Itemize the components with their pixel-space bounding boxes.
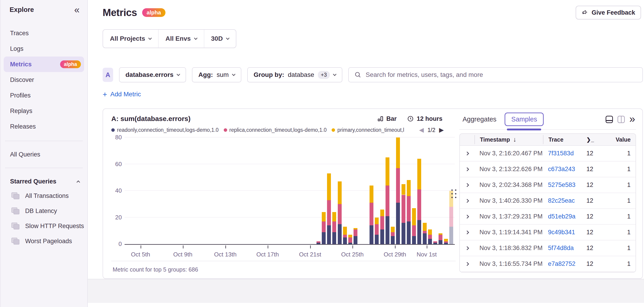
bar-segment[interactable] [327, 200, 331, 226]
bar-segment[interactable] [343, 237, 347, 244]
bar-segment[interactable] [402, 195, 406, 223]
cell-trace-link[interactable]: 82c25eac [543, 197, 582, 204]
row-expander[interactable] [460, 199, 474, 202]
legend-item[interactable]: readonly,connection_timeout,logs-demo,1.… [111, 127, 219, 133]
legend-prev-icon[interactable]: ◀ [419, 126, 424, 134]
bar-segment[interactable] [354, 228, 358, 229]
bar-segment[interactable] [428, 229, 432, 235]
bar-segment[interactable] [396, 137, 400, 168]
bar-segment[interactable] [396, 203, 400, 244]
bar-segment[interactable] [380, 210, 384, 216]
table-row[interactable]: Nov 3, 1:40:26.330 PM82c25eac121 [460, 193, 636, 209]
bar-segment[interactable] [412, 208, 416, 226]
bar-segment[interactable] [332, 212, 336, 221]
sidebar-item-all-queries[interactable]: All Queries [0, 148, 87, 161]
search-input[interactable] [366, 71, 637, 79]
bar-segment[interactable] [343, 227, 347, 235]
bar-segment[interactable] [386, 157, 390, 185]
table-row[interactable]: Nov 3, 1:19:14.341 PM9c49b341121 [460, 225, 636, 240]
bar-segment[interactable] [402, 223, 406, 244]
cell-trace-link[interactable]: e7a82752 [543, 260, 582, 267]
bar-segment[interactable] [354, 236, 358, 244]
bar-segment[interactable] [438, 235, 442, 240]
legend-item[interactable]: primary,connection_timeout,l [332, 127, 404, 133]
cell-trace-link[interactable]: c673a243 [543, 166, 582, 173]
row-expander[interactable] [460, 168, 474, 171]
bar-segment[interactable] [386, 186, 390, 216]
metric-select[interactable]: database.errors [119, 67, 186, 82]
display-mode-control[interactable]: Bar [377, 115, 396, 122]
give-feedback-button[interactable]: Give Feedback [576, 6, 641, 20]
bar-segment[interactable] [417, 220, 421, 244]
bar-segment[interactable] [380, 229, 384, 244]
bar-segment[interactable] [354, 229, 358, 236]
starred-query-item[interactable]: DB Latency [0, 203, 87, 218]
bar-segment[interactable] [327, 173, 331, 200]
bar-segment[interactable] [343, 235, 347, 237]
bar-segment[interactable] [380, 216, 384, 229]
group-by-select[interactable]: Group by: database +3 [247, 67, 342, 82]
bar-segment[interactable] [375, 224, 379, 235]
row-expander[interactable] [460, 184, 474, 186]
bar-segment[interactable] [402, 184, 406, 195]
bar-segment[interactable] [449, 227, 453, 244]
bar-segment[interactable] [417, 189, 421, 220]
table-row[interactable]: Nov 3, 1:37:29.231 PMd51eb29a121 [460, 209, 636, 225]
tab-samples[interactable]: Samples [504, 113, 544, 126]
sidebar-item-discover[interactable]: Discover [4, 72, 84, 88]
environment-filter[interactable]: All Envs [158, 30, 204, 48]
bar-segment[interactable] [438, 233, 442, 235]
row-expander[interactable] [460, 215, 474, 218]
bar-segment[interactable] [322, 232, 326, 244]
bar-segment[interactable] [322, 221, 326, 232]
bar-segment[interactable] [391, 232, 395, 236]
bar-segment[interactable] [375, 235, 379, 244]
bar-segment[interactable] [332, 232, 336, 244]
profile-column-header[interactable]: ❯_ [582, 135, 611, 144]
tab-aggregates[interactable]: Aggregates [462, 116, 496, 123]
sidebar-item-logs[interactable]: Logs [4, 41, 84, 57]
row-expander[interactable] [460, 247, 474, 250]
legend-next-icon[interactable]: ▶ [439, 126, 444, 134]
bar-segment[interactable] [375, 218, 379, 224]
cell-trace-link[interactable]: d51eb29a [543, 213, 582, 220]
sidebar-item-releases[interactable]: Releases [4, 119, 84, 134]
value-column-header[interactable]: Value [611, 135, 636, 144]
project-filter[interactable]: All Projects [103, 30, 158, 48]
bar-segment[interactable] [316, 241, 320, 243]
bar-segment[interactable] [444, 241, 448, 243]
bar-segment[interactable] [423, 233, 427, 244]
sidebar-item-metrics[interactable]: Metricsalpha [4, 57, 84, 72]
bar-segment[interactable] [338, 204, 342, 224]
split-horizontal-icon[interactable] [606, 116, 613, 123]
row-expander[interactable] [460, 152, 474, 155]
table-row[interactable]: Nov 3, 2:16:20.467 PM7f31583d121 [460, 146, 636, 162]
aggregate-select[interactable]: Agg: sum [192, 67, 241, 82]
bar-segment[interactable] [391, 236, 395, 244]
bar-segment[interactable] [396, 168, 400, 203]
table-row[interactable]: Nov 3, 1:18:36.832 PM5f74d8da121 [460, 240, 636, 256]
bar-segment[interactable] [327, 225, 331, 244]
bar-segment[interactable] [348, 243, 352, 244]
bar-segment[interactable] [428, 235, 432, 239]
bar-segment[interactable] [444, 239, 448, 242]
split-vertical-icon[interactable] [618, 116, 625, 123]
panel-resize-handle[interactable] [451, 189, 456, 198]
starred-query-item[interactable]: Worst Pageloads [0, 234, 87, 249]
sidebar-collapse-icon[interactable]: « [74, 7, 80, 13]
interval-control[interactable]: 12 hours [407, 115, 442, 122]
bar-segment[interactable] [438, 240, 442, 244]
bar-segment[interactable] [370, 225, 374, 244]
bar-segment[interactable] [412, 236, 416, 244]
stacked-bar-plot[interactable]: 020406080 [124, 138, 455, 245]
timestamp-column-header[interactable]: Timestamp ↓ [474, 135, 543, 144]
starred-query-item[interactable]: All Transactions [0, 188, 87, 203]
bar-segment[interactable] [444, 243, 448, 244]
bar-segment[interactable] [348, 235, 352, 237]
table-row[interactable]: Nov 3, 2:02:34.368 PM5275e583121 [460, 177, 636, 193]
row-expander[interactable] [460, 263, 474, 265]
bar-segment[interactable] [449, 207, 453, 227]
row-expander[interactable] [460, 231, 474, 234]
bar-segment[interactable] [428, 239, 432, 244]
bar-segment[interactable] [433, 243, 437, 244]
